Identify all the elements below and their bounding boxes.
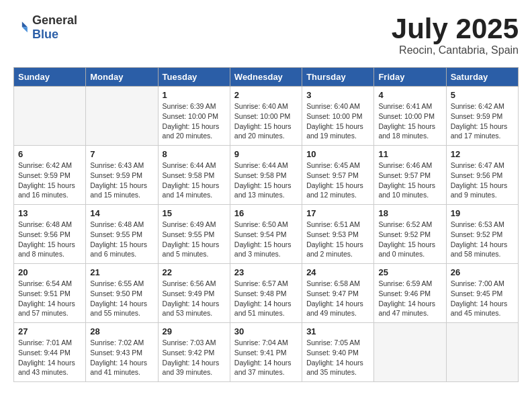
column-header-tuesday: Tuesday bbox=[158, 68, 230, 87]
calendar-cell: 22Sunrise: 6:56 AMSunset: 9:49 PMDayligh… bbox=[158, 264, 230, 323]
day-detail: Sunrise: 6:40 AMSunset: 10:00 PMDaylight… bbox=[234, 101, 298, 141]
day-number: 9 bbox=[234, 149, 298, 159]
calendar-cell: 17Sunrise: 6:51 AMSunset: 9:53 PMDayligh… bbox=[302, 205, 374, 264]
calendar-cell: 31Sunrise: 7:05 AMSunset: 9:40 PMDayligh… bbox=[302, 323, 374, 382]
day-detail: Sunrise: 7:00 AMSunset: 9:45 PMDaylight:… bbox=[451, 279, 514, 318]
day-number: 18 bbox=[378, 208, 441, 218]
calendar-cell: 27Sunrise: 7:01 AMSunset: 9:44 PMDayligh… bbox=[14, 323, 86, 382]
svg-marker-1 bbox=[22, 27, 28, 32]
day-detail: Sunrise: 6:53 AMSunset: 9:52 PMDaylight:… bbox=[451, 220, 514, 259]
column-header-monday: Monday bbox=[86, 68, 158, 87]
day-number: 5 bbox=[451, 90, 514, 100]
day-detail: Sunrise: 7:02 AMSunset: 9:43 PMDaylight:… bbox=[90, 338, 153, 377]
day-number: 4 bbox=[378, 90, 441, 100]
day-detail: Sunrise: 6:39 AMSunset: 10:00 PMDaylight… bbox=[163, 101, 226, 141]
calendar-cell: 28Sunrise: 7:02 AMSunset: 9:43 PMDayligh… bbox=[86, 323, 158, 382]
day-detail: Sunrise: 6:57 AMSunset: 9:48 PMDaylight:… bbox=[234, 279, 298, 318]
calendar-cell: 6Sunrise: 6:42 AMSunset: 9:59 PMDaylight… bbox=[14, 146, 86, 205]
day-number: 2 bbox=[234, 90, 298, 100]
calendar-cell: 25Sunrise: 6:59 AMSunset: 9:46 PMDayligh… bbox=[374, 264, 446, 323]
day-number: 6 bbox=[18, 149, 81, 159]
column-header-saturday: Saturday bbox=[446, 68, 518, 87]
svg-marker-0 bbox=[22, 21, 28, 27]
day-detail: Sunrise: 6:50 AMSunset: 9:54 PMDaylight:… bbox=[234, 220, 298, 259]
calendar-week-1: 1Sunrise: 6:39 AMSunset: 10:00 PMDayligh… bbox=[14, 87, 519, 146]
calendar-cell: 3Sunrise: 6:40 AMSunset: 10:00 PMDayligh… bbox=[302, 87, 374, 146]
calendar-cell: 12Sunrise: 6:47 AMSunset: 9:56 PMDayligh… bbox=[446, 146, 518, 205]
calendar-cell: 24Sunrise: 6:58 AMSunset: 9:47 PMDayligh… bbox=[302, 264, 374, 323]
column-header-wednesday: Wednesday bbox=[230, 68, 302, 87]
day-number: 20 bbox=[18, 267, 81, 277]
calendar-cell: 7Sunrise: 6:43 AMSunset: 9:59 PMDaylight… bbox=[86, 146, 158, 205]
day-detail: Sunrise: 6:55 AMSunset: 9:50 PMDaylight:… bbox=[90, 279, 153, 318]
day-number: 29 bbox=[163, 326, 226, 336]
day-detail: Sunrise: 6:52 AMSunset: 9:52 PMDaylight:… bbox=[378, 220, 441, 259]
calendar-cell: 30Sunrise: 7:04 AMSunset: 9:41 PMDayligh… bbox=[230, 323, 302, 382]
calendar-cell: 15Sunrise: 6:49 AMSunset: 9:55 PMDayligh… bbox=[158, 205, 230, 264]
day-number: 25 bbox=[378, 267, 441, 277]
calendar-week-4: 20Sunrise: 6:54 AMSunset: 9:51 PMDayligh… bbox=[14, 264, 519, 323]
calendar-cell: 26Sunrise: 7:00 AMSunset: 9:45 PMDayligh… bbox=[446, 264, 518, 323]
logo-blue: Blue bbox=[32, 28, 58, 41]
day-detail: Sunrise: 6:40 AMSunset: 10:00 PMDaylight… bbox=[306, 101, 369, 141]
calendar-cell bbox=[86, 87, 158, 146]
calendar-cell bbox=[446, 323, 518, 382]
day-detail: Sunrise: 6:44 AMSunset: 9:58 PMDaylight:… bbox=[163, 161, 226, 200]
page-header: General Blue July 2025 Reocin, Cantabria… bbox=[13, 13, 519, 56]
calendar-cell: 29Sunrise: 7:03 AMSunset: 9:42 PMDayligh… bbox=[158, 323, 230, 382]
day-number: 16 bbox=[234, 208, 298, 218]
day-detail: Sunrise: 6:54 AMSunset: 9:51 PMDaylight:… bbox=[18, 279, 81, 318]
calendar-cell: 11Sunrise: 6:46 AMSunset: 9:57 PMDayligh… bbox=[374, 146, 446, 205]
calendar-header-row: SundayMondayTuesdayWednesdayThursdayFrid… bbox=[14, 68, 519, 87]
calendar-cell: 10Sunrise: 6:45 AMSunset: 9:57 PMDayligh… bbox=[302, 146, 374, 205]
calendar-cell: 5Sunrise: 6:42 AMSunset: 9:59 PMDaylight… bbox=[446, 87, 518, 146]
title-block: July 2025 Reocin, Cantabria, Spain bbox=[392, 13, 519, 56]
logo: General Blue bbox=[13, 13, 77, 42]
day-number: 24 bbox=[306, 267, 369, 277]
calendar-cell: 20Sunrise: 6:54 AMSunset: 9:51 PMDayligh… bbox=[14, 264, 86, 323]
logo-text: General Blue bbox=[32, 13, 77, 42]
logo-icon bbox=[13, 19, 30, 36]
day-number: 22 bbox=[163, 267, 226, 277]
calendar-cell bbox=[374, 323, 446, 382]
day-number: 28 bbox=[90, 326, 153, 336]
day-detail: Sunrise: 6:59 AMSunset: 9:46 PMDaylight:… bbox=[378, 279, 441, 318]
day-detail: Sunrise: 7:03 AMSunset: 9:42 PMDaylight:… bbox=[163, 338, 226, 377]
calendar-cell: 23Sunrise: 6:57 AMSunset: 9:48 PMDayligh… bbox=[230, 264, 302, 323]
day-number: 30 bbox=[234, 326, 298, 336]
calendar-cell bbox=[14, 87, 86, 146]
day-detail: Sunrise: 6:47 AMSunset: 9:56 PMDaylight:… bbox=[451, 161, 514, 200]
day-detail: Sunrise: 6:46 AMSunset: 9:57 PMDaylight:… bbox=[378, 161, 441, 200]
logo-general: General bbox=[32, 13, 77, 27]
month-title: July 2025 bbox=[392, 13, 519, 44]
calendar-cell: 1Sunrise: 6:39 AMSunset: 10:00 PMDayligh… bbox=[158, 87, 230, 146]
day-detail: Sunrise: 6:51 AMSunset: 9:53 PMDaylight:… bbox=[306, 220, 369, 259]
day-number: 11 bbox=[378, 149, 441, 159]
calendar-week-5: 27Sunrise: 7:01 AMSunset: 9:44 PMDayligh… bbox=[14, 323, 519, 382]
calendar-week-3: 13Sunrise: 6:48 AMSunset: 9:56 PMDayligh… bbox=[14, 205, 519, 264]
calendar-cell: 13Sunrise: 6:48 AMSunset: 9:56 PMDayligh… bbox=[14, 205, 86, 264]
day-detail: Sunrise: 6:42 AMSunset: 9:59 PMDaylight:… bbox=[451, 101, 514, 141]
calendar-cell: 14Sunrise: 6:48 AMSunset: 9:55 PMDayligh… bbox=[86, 205, 158, 264]
day-number: 14 bbox=[90, 208, 153, 218]
day-detail: Sunrise: 6:56 AMSunset: 9:49 PMDaylight:… bbox=[163, 279, 226, 318]
day-number: 8 bbox=[163, 149, 226, 159]
column-header-sunday: Sunday bbox=[14, 68, 86, 87]
day-number: 26 bbox=[451, 267, 514, 277]
day-detail: Sunrise: 6:58 AMSunset: 9:47 PMDaylight:… bbox=[306, 279, 369, 318]
day-number: 21 bbox=[90, 267, 153, 277]
calendar-cell: 16Sunrise: 6:50 AMSunset: 9:54 PMDayligh… bbox=[230, 205, 302, 264]
calendar-cell: 19Sunrise: 6:53 AMSunset: 9:52 PMDayligh… bbox=[446, 205, 518, 264]
day-number: 13 bbox=[18, 208, 81, 218]
location: Reocin, Cantabria, Spain bbox=[392, 44, 519, 56]
day-detail: Sunrise: 6:42 AMSunset: 9:59 PMDaylight:… bbox=[18, 161, 81, 200]
day-detail: Sunrise: 7:05 AMSunset: 9:40 PMDaylight:… bbox=[306, 338, 369, 377]
day-detail: Sunrise: 7:04 AMSunset: 9:41 PMDaylight:… bbox=[234, 338, 298, 377]
day-detail: Sunrise: 6:43 AMSunset: 9:59 PMDaylight:… bbox=[90, 161, 153, 200]
day-detail: Sunrise: 6:48 AMSunset: 9:55 PMDaylight:… bbox=[90, 220, 153, 259]
day-detail: Sunrise: 6:45 AMSunset: 9:57 PMDaylight:… bbox=[306, 161, 369, 200]
day-number: 23 bbox=[234, 267, 298, 277]
column-header-thursday: Thursday bbox=[302, 68, 374, 87]
day-number: 12 bbox=[451, 149, 514, 159]
calendar-cell: 21Sunrise: 6:55 AMSunset: 9:50 PMDayligh… bbox=[86, 264, 158, 323]
